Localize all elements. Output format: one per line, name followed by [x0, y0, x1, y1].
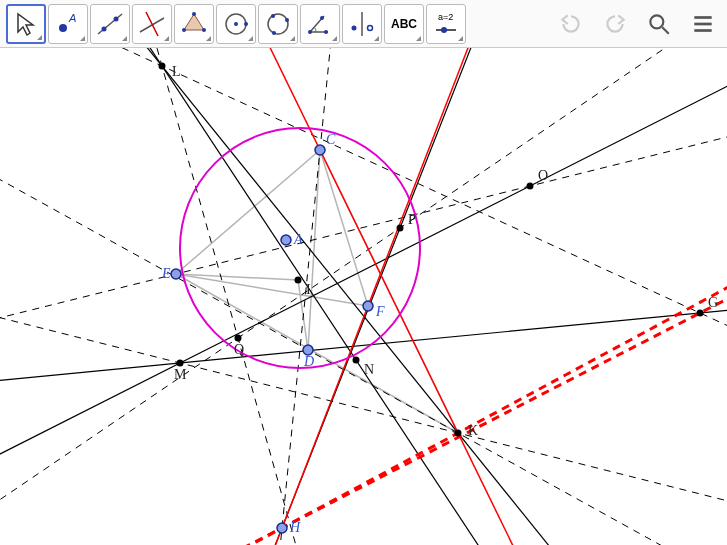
- slider-tool[interactable]: a=2: [426, 4, 466, 44]
- label-L: L: [172, 64, 181, 79]
- svg-point-26: [650, 15, 663, 28]
- toolbar: A ABC a=2: [0, 0, 727, 48]
- label-F: F: [375, 304, 385, 319]
- point-L[interactable]: [159, 63, 166, 70]
- svg-point-16: [285, 18, 289, 22]
- svg-text:A: A: [68, 12, 76, 24]
- dash-PQ[interactable]: [0, 48, 727, 545]
- svg-point-22: [352, 25, 357, 30]
- label-N: N: [364, 362, 374, 377]
- label-D: D: [303, 354, 314, 369]
- svg-point-3: [102, 26, 107, 31]
- svg-line-2: [98, 14, 122, 34]
- slider-tool-label: a=2: [438, 12, 453, 22]
- svg-point-9: [202, 28, 206, 32]
- redo-button[interactable]: [597, 6, 633, 42]
- seg-CE[interactable]: [176, 150, 320, 274]
- svg-point-15: [271, 14, 275, 18]
- svg-point-25: [441, 27, 447, 33]
- label-C: C: [326, 132, 336, 147]
- label-M: M: [174, 367, 187, 382]
- undo-button[interactable]: [553, 6, 589, 42]
- red-FH-ext[interactable]: [0, 48, 727, 545]
- red-CK[interactable]: [0, 48, 727, 545]
- line-tool[interactable]: [90, 4, 130, 44]
- line-PH[interactable]: [0, 48, 727, 545]
- dash-QL[interactable]: [0, 48, 642, 545]
- point-N[interactable]: [353, 357, 360, 364]
- point-A[interactable]: [281, 235, 291, 245]
- label-E: E: [161, 266, 171, 281]
- point-E[interactable]: [171, 269, 181, 279]
- dash-DK[interactable]: [0, 48, 727, 545]
- dash-MK[interactable]: [0, 48, 727, 545]
- angle-tool[interactable]: [300, 4, 340, 44]
- svg-point-18: [308, 30, 312, 34]
- red-dash-HG[interactable]: [0, 48, 727, 545]
- svg-line-6: [146, 12, 158, 36]
- svg-point-17: [272, 31, 276, 35]
- label-P: P: [408, 212, 416, 227]
- red-dash-HK[interactable]: [0, 48, 727, 545]
- svg-point-4: [114, 16, 119, 21]
- svg-point-0: [59, 24, 67, 32]
- label-K: K: [468, 423, 478, 438]
- label-G: G: [708, 295, 718, 310]
- label-O: O: [538, 168, 548, 183]
- svg-point-20: [320, 16, 324, 20]
- point-K[interactable]: [455, 430, 462, 437]
- point-O[interactable]: [527, 183, 534, 190]
- circle-3-point-tool[interactable]: [258, 4, 298, 44]
- point-M[interactable]: [177, 360, 184, 367]
- line-OM[interactable]: [0, 48, 727, 545]
- point-H[interactable]: [277, 523, 287, 533]
- move-tool[interactable]: [6, 4, 46, 44]
- line-LN[interactable]: [0, 48, 727, 545]
- svg-point-12: [234, 22, 238, 26]
- point-tool[interactable]: A: [48, 4, 88, 44]
- point-F[interactable]: [363, 301, 373, 311]
- text-tool-label: ABC: [391, 17, 417, 31]
- svg-point-8: [192, 12, 196, 16]
- svg-marker-7: [184, 14, 204, 30]
- toolbar-right: [553, 6, 721, 42]
- dash-LG[interactable]: [0, 48, 727, 545]
- search-button[interactable]: [641, 6, 677, 42]
- polygon-tool[interactable]: [174, 4, 214, 44]
- label-I: I: [306, 282, 311, 297]
- label-Q: Q: [234, 342, 244, 357]
- text-tool[interactable]: ABC: [384, 4, 424, 44]
- line-LK[interactable]: [0, 48, 727, 545]
- circle-main[interactable]: [180, 128, 420, 368]
- label-A: A: [293, 232, 303, 247]
- point-I[interactable]: [295, 277, 302, 284]
- circle-center-point-tool[interactable]: [216, 4, 256, 44]
- reflect-tool[interactable]: [342, 4, 382, 44]
- point-P[interactable]: [397, 225, 404, 232]
- svg-line-27: [662, 27, 669, 34]
- point-G[interactable]: [697, 310, 704, 317]
- svg-point-14: [268, 14, 288, 34]
- point-Q[interactable]: [235, 335, 242, 342]
- perpendicular-line-tool[interactable]: [132, 4, 172, 44]
- svg-point-23: [368, 25, 373, 30]
- svg-point-10: [182, 28, 186, 32]
- svg-point-19: [324, 30, 328, 34]
- dash-EO[interactable]: [0, 48, 727, 545]
- geometry-canvas[interactable]: ACDEFGHIKLMNOPQ: [0, 48, 727, 545]
- label-H: H: [289, 520, 301, 535]
- menu-button[interactable]: [685, 6, 721, 42]
- svg-point-13: [244, 22, 248, 26]
- point-C[interactable]: [315, 145, 325, 155]
